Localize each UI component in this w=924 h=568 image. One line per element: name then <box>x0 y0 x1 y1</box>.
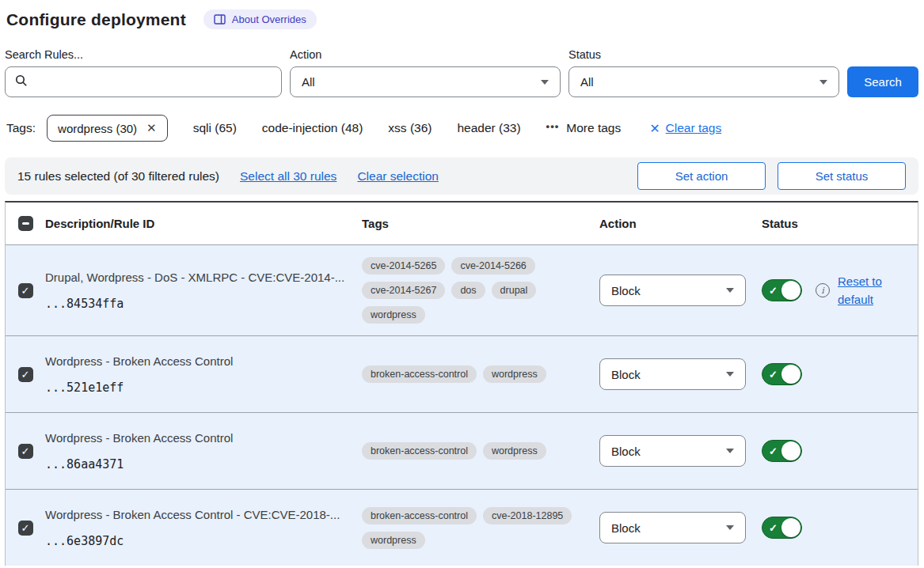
search-rules-input-box[interactable] <box>5 66 282 97</box>
chevron-down-icon <box>726 372 734 377</box>
chevron-down-icon <box>541 80 549 85</box>
rule-title: Wordpress - Broken Access Control - CVE:… <box>45 507 352 523</box>
rule-tags: broken-access-controlwordpress <box>362 442 599 460</box>
status-toggle[interactable]: ✓ <box>762 440 802 462</box>
action-filter-select[interactable]: All <box>290 66 561 97</box>
tags-bar: Tags: wordpress (30) ✕ sqli (65) code-in… <box>6 115 918 142</box>
ellipsis-icon: ••• <box>546 120 560 132</box>
action-filter-value: All <box>302 75 541 89</box>
clear-selection-link[interactable]: Clear selection <box>357 169 439 184</box>
rule-tags: broken-access-controlcve-2018-12895wordp… <box>362 507 599 549</box>
clear-tags-link[interactable]: ✕ Clear tags <box>649 121 721 136</box>
about-overrides-label: About Overrides <box>232 13 306 25</box>
rule-id: ...84534ffa <box>45 297 352 311</box>
selection-summary: 15 rules selected (of 30 filtered rules) <box>17 169 219 184</box>
status-filter-label: Status <box>568 48 839 61</box>
tag-pill: drupal <box>492 282 537 299</box>
column-header-description: Description/Rule ID <box>45 217 362 230</box>
row-checkbox[interactable]: ✓ <box>18 283 33 298</box>
status-filter-value: All <box>580 75 819 89</box>
rule-id: ...6e3897dc <box>45 534 352 548</box>
action-select[interactable]: Block <box>599 435 746 467</box>
select-all-checkbox[interactable] <box>18 216 33 231</box>
check-icon: ✓ <box>769 445 778 457</box>
tag-item-sqli[interactable]: sqli (65) <box>193 121 237 135</box>
table-row: ✓ Wordpress - Broken Access Control ...5… <box>6 335 918 412</box>
chevron-down-icon <box>726 449 734 453</box>
book-icon <box>214 14 226 25</box>
tag-pill: wordpress <box>362 306 425 324</box>
selected-tag-chip-wordpress[interactable]: wordpress (30) ✕ <box>47 115 168 142</box>
action-select[interactable]: Block <box>599 512 746 543</box>
tag-pill: broken-access-control <box>362 442 477 460</box>
tag-item-code-injection[interactable]: code-injection (48) <box>262 121 363 135</box>
tag-pill: wordpress <box>362 532 425 549</box>
check-icon: ✓ <box>769 285 778 297</box>
tag-pill: cve-2014-5267 <box>362 282 445 299</box>
action-select[interactable]: Block <box>599 358 746 390</box>
tag-pill: wordpress <box>483 365 546 383</box>
remove-tag-icon[interactable]: ✕ <box>146 121 157 135</box>
select-all-rules-link[interactable]: Select all 30 rules <box>240 169 337 184</box>
search-icon <box>15 74 28 90</box>
status-toggle[interactable]: ✓ <box>762 279 802 301</box>
configure-deployment-page: Configure deployment About Overrides Sea… <box>0 0 924 566</box>
table-row: ✓ Wordpress - Broken Access Control ...8… <box>6 412 918 489</box>
tag-pill: cve-2014-5265 <box>362 257 445 275</box>
clear-icon: ✕ <box>649 121 660 136</box>
tag-pill: cve-2014-5266 <box>451 257 534 275</box>
rule-title: Wordpress - Broken Access Control <box>45 354 352 369</box>
status-toggle[interactable]: ✓ <box>762 363 802 385</box>
table-header: Description/Rule ID Tags Action Status <box>6 203 918 244</box>
set-action-button[interactable]: Set action <box>637 162 766 190</box>
search-button[interactable]: Search <box>847 66 918 97</box>
rule-tags: broken-access-controlwordpress <box>362 365 599 383</box>
rule-tags: cve-2014-5265cve-2014-5266cve-2014-5267d… <box>362 257 599 324</box>
tag-pill: broken-access-control <box>362 507 477 524</box>
clear-tags-label: Clear tags <box>666 121 722 135</box>
rule-id: ...86aa4371 <box>45 457 352 471</box>
row-checkbox[interactable]: ✓ <box>18 444 33 459</box>
status-filter-select[interactable]: All <box>568 66 839 97</box>
search-rules-label: Search Rules... <box>5 48 282 61</box>
action-select[interactable]: Block <box>599 275 746 306</box>
info-icon[interactable]: i <box>816 283 830 297</box>
reset-to-default-link[interactable]: Reset to default <box>838 272 888 309</box>
rule-title: Drupal, Wordpress - DoS - XMLRPC - CVE:C… <box>45 270 352 286</box>
table-row: ✓ Drupal, Wordpress - DoS - XMLRPC - CVE… <box>6 244 918 335</box>
rules-table: Description/Rule ID Tags Action Status ✓… <box>5 201 918 566</box>
column-header-action: Action <box>599 217 762 230</box>
selection-bar: 15 rules selected (of 30 filtered rules)… <box>5 157 918 195</box>
toggle-knob <box>781 365 800 384</box>
tag-pill: broken-access-control <box>362 365 477 383</box>
tag-pill: dos <box>451 282 485 299</box>
check-icon: ✓ <box>769 369 778 381</box>
chevron-down-icon <box>726 525 734 530</box>
page-title: Configure deployment <box>6 10 186 29</box>
table-body: ✓ Drupal, Wordpress - DoS - XMLRPC - CVE… <box>6 244 918 566</box>
toggle-knob <box>781 441 800 460</box>
status-toggle[interactable]: ✓ <box>762 517 802 539</box>
tag-pill: cve-2018-12895 <box>483 507 572 524</box>
row-checkbox[interactable]: ✓ <box>18 521 33 536</box>
action-select-value: Block <box>611 284 726 297</box>
rule-title: Wordpress - Broken Access Control <box>45 430 352 446</box>
toggle-knob <box>781 518 800 537</box>
search-rules-input[interactable] <box>34 75 272 89</box>
indeterminate-icon <box>22 222 29 225</box>
tag-item-xss[interactable]: xss (36) <box>388 121 432 135</box>
page-header: Configure deployment About Overrides <box>6 9 918 29</box>
about-overrides-badge[interactable]: About Overrides <box>203 9 317 29</box>
more-tags-label: More tags <box>566 121 621 135</box>
more-tags-button[interactable]: ••• More tags <box>546 121 622 135</box>
table-row: ✓ Wordpress - Broken Access Control - CV… <box>6 489 918 566</box>
selected-tag-label: wordpress (30) <box>58 122 137 135</box>
toggle-knob <box>781 281 800 300</box>
tags-label: Tags: <box>6 121 36 135</box>
set-status-button[interactable]: Set status <box>778 162 906 190</box>
tag-item-header[interactable]: header (33) <box>457 121 520 135</box>
action-select-value: Block <box>611 445 726 458</box>
check-icon: ✓ <box>769 522 778 534</box>
action-select-value: Block <box>611 368 726 381</box>
row-checkbox[interactable]: ✓ <box>18 367 33 382</box>
